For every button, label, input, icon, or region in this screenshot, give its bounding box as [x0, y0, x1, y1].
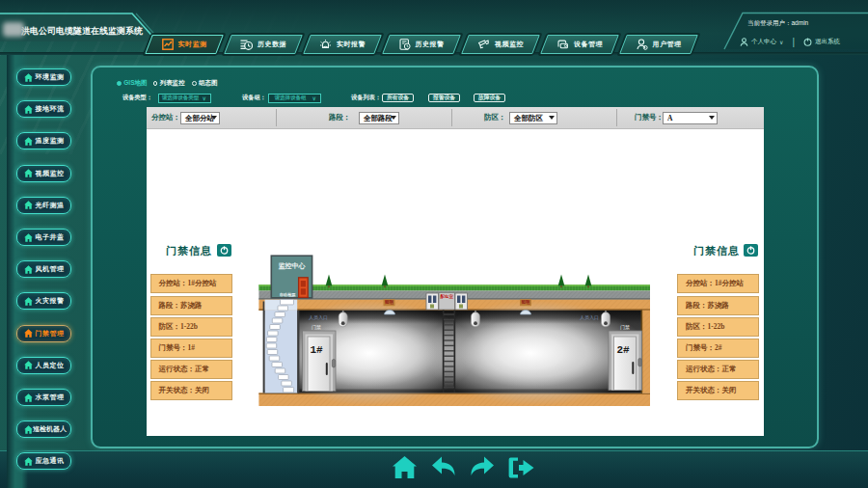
svg-text:监控中心: 监控中心	[279, 261, 307, 270]
svg-text:2#: 2#	[616, 344, 630, 356]
svg-text:门禁: 门禁	[312, 324, 321, 331]
svg-text:门禁: 门禁	[620, 324, 630, 331]
svg-text:人员入口: 人员入口	[580, 314, 599, 321]
svg-text:人员入口: 人员入口	[309, 314, 328, 321]
svg-text:1#: 1#	[310, 344, 323, 356]
svg-text:照明: 照明	[522, 299, 531, 306]
svg-text:照明: 照明	[385, 299, 394, 306]
svg-text:配电室: 配电室	[441, 293, 454, 300]
